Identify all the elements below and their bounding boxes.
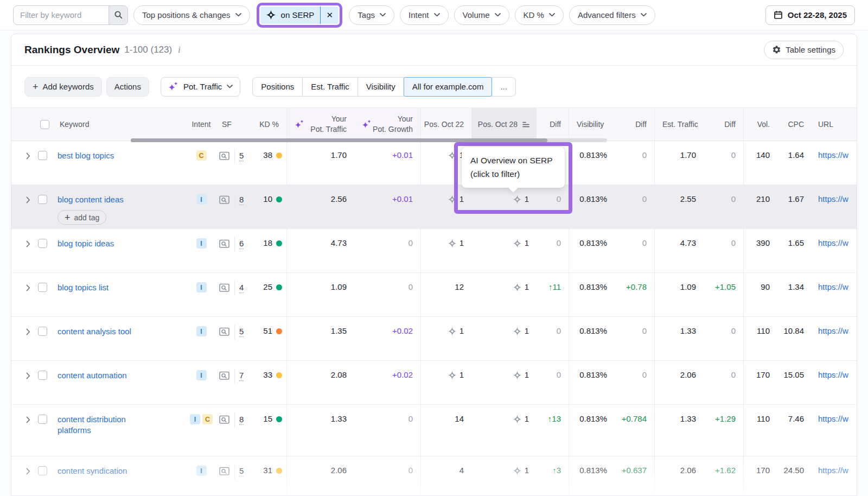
serp-features-count[interactable]: 7 (239, 370, 244, 381)
header-pot-growth[interactable]: YourPot. Growth (354, 108, 421, 141)
horizontal-scrollbar[interactable] (131, 138, 607, 142)
keyword-link[interactable]: content automation (58, 370, 127, 381)
expand-row-icon[interactable] (26, 328, 30, 335)
serp-features-icon[interactable] (219, 194, 230, 205)
tab-positions[interactable]: Positions (252, 77, 303, 97)
ai-overview-icon[interactable] (513, 283, 522, 292)
remove-serp-filter-icon[interactable]: ✕ (320, 7, 339, 24)
row-checkbox[interactable] (38, 371, 47, 380)
volume-dropdown[interactable]: Volume (454, 5, 509, 25)
keyword-link[interactable]: content analysis tool (58, 326, 131, 337)
row-checkbox[interactable] (38, 466, 47, 475)
ai-overview-icon[interactable] (448, 151, 457, 160)
serp-features-count[interactable]: 8 (239, 414, 244, 425)
on-serp-filter-chip[interactable]: on SERP ✕ (260, 7, 339, 24)
header-est-traffic[interactable]: Est. Traffic (655, 108, 704, 141)
tags-dropdown[interactable]: Tags (349, 5, 394, 25)
header-volume[interactable]: Vol. (744, 108, 777, 141)
row-checkbox[interactable] (38, 327, 47, 336)
cpc-value: 24.50 (783, 466, 804, 475)
ai-overview-icon[interactable] (448, 195, 457, 204)
ai-overview-icon[interactable] (513, 195, 522, 204)
url-link[interactable]: https://w (818, 414, 848, 423)
table-settings-button[interactable]: Table settings (764, 41, 844, 59)
keyword-link[interactable]: content syndication (58, 466, 127, 476)
expand-row-icon[interactable] (26, 372, 30, 379)
add-keywords-button[interactable]: + Add keywords (24, 77, 102, 97)
header-diff-est-traffic[interactable]: Diff (704, 108, 744, 141)
url-link[interactable]: https://w (818, 370, 848, 379)
header-pos-oct-22[interactable]: Pos. Oct 22 (421, 108, 471, 141)
advanced-filters-dropdown[interactable]: Advanced filters (569, 5, 655, 25)
horizontal-scrollbar-thumb[interactable] (131, 138, 547, 142)
add-tag-button[interactable]: +add tag (58, 210, 106, 225)
expand-row-icon[interactable] (26, 416, 30, 423)
tab-visibility[interactable]: Visibility (358, 77, 404, 97)
serp-features-count[interactable]: 6 (239, 238, 244, 249)
ai-overview-icon[interactable] (513, 239, 522, 248)
serp-features-count[interactable]: 5 (239, 326, 244, 337)
intent-dropdown[interactable]: Intent (400, 5, 449, 25)
row-checkbox[interactable] (38, 239, 47, 248)
expand-row-icon[interactable] (26, 196, 30, 204)
ai-overview-icon[interactable] (513, 415, 522, 424)
actions-button[interactable]: Actions (106, 77, 149, 97)
ai-overview-icon[interactable] (513, 371, 522, 380)
keyword-filter-input[interactable] (14, 6, 108, 24)
url-link[interactable]: https://w (818, 150, 848, 160)
serp-features-count[interactable]: 4 (239, 282, 244, 293)
search-button[interactable] (108, 6, 127, 24)
ai-overview-icon[interactable] (448, 327, 457, 336)
serp-features-icon[interactable] (219, 414, 230, 425)
info-icon[interactable]: i (178, 45, 180, 55)
serp-features-count[interactable]: 5 (239, 466, 244, 476)
serp-features-icon[interactable] (219, 150, 230, 161)
serp-features-icon[interactable] (219, 282, 230, 293)
tab-est-traffic[interactable]: Est. Traffic (302, 77, 358, 97)
header-pot-traffic[interactable]: YourPot. Traffic (287, 108, 354, 141)
url-link[interactable]: https://w (818, 194, 848, 204)
expand-row-icon[interactable] (26, 284, 30, 291)
keyword-link[interactable]: best blog topics (58, 150, 114, 161)
url-link[interactable]: https://w (818, 282, 848, 291)
keyword-link[interactable]: blog topics list (58, 282, 108, 293)
header-pos-oct-28[interactable]: Pos. Oct 28 (471, 108, 537, 141)
header-diff-pos[interactable]: Diff (537, 108, 569, 141)
url-link[interactable]: https://w (818, 238, 848, 247)
serp-features-icon[interactable] (219, 370, 230, 381)
url-link[interactable]: https://w (818, 466, 848, 475)
date-range-button[interactable]: Oct 22-28, 2025 (765, 5, 855, 25)
url-link[interactable]: https://w (818, 326, 848, 335)
pot-traffic-dropdown[interactable]: Pot. Traffic (161, 77, 240, 97)
expand-row-icon[interactable] (26, 240, 30, 247)
header-visibility[interactable]: Visibility (569, 108, 615, 141)
kd-dropdown[interactable]: KD % (515, 5, 564, 25)
ai-overview-icon[interactable] (513, 327, 522, 336)
expand-row-icon[interactable] (26, 152, 30, 160)
serp-features-count[interactable]: 5 (239, 150, 244, 161)
serp-features-icon[interactable] (219, 466, 230, 476)
serp-features-icon[interactable] (219, 238, 230, 249)
row-checkbox[interactable] (38, 151, 47, 160)
header-diff-visibility[interactable]: Diff (615, 108, 655, 141)
tab-more[interactable]: ... (492, 77, 516, 97)
table-row: content automationI7332.08+0.021100.813%… (11, 361, 857, 405)
row-checkbox[interactable] (38, 415, 47, 424)
header-kd[interactable]: KD % (245, 108, 287, 141)
ai-overview-icon[interactable] (513, 466, 522, 475)
top-positions-dropdown[interactable]: Top positions & changes (133, 5, 250, 25)
expand-row-icon[interactable] (26, 468, 30, 475)
keyword-link[interactable]: blog content ideas (58, 194, 124, 205)
tab-all-for-domain[interactable]: All for example.com (404, 77, 493, 97)
serp-features-icon[interactable] (219, 326, 230, 337)
keyword-link[interactable]: content distribution platforms (58, 414, 154, 436)
row-checkbox[interactable] (38, 283, 47, 292)
serp-features-count[interactable]: 8 (239, 194, 244, 205)
keyword-link[interactable]: blog topic ideas (58, 238, 114, 249)
row-checkbox[interactable] (38, 195, 47, 204)
select-all-checkbox[interactable] (40, 120, 49, 129)
header-cpc[interactable]: CPC (777, 108, 812, 141)
ai-overview-icon[interactable] (448, 239, 457, 248)
ai-overview-icon[interactable] (448, 371, 457, 380)
table-toolbar: + Add keywords Actions Pot. Traffic Posi… (11, 66, 857, 107)
